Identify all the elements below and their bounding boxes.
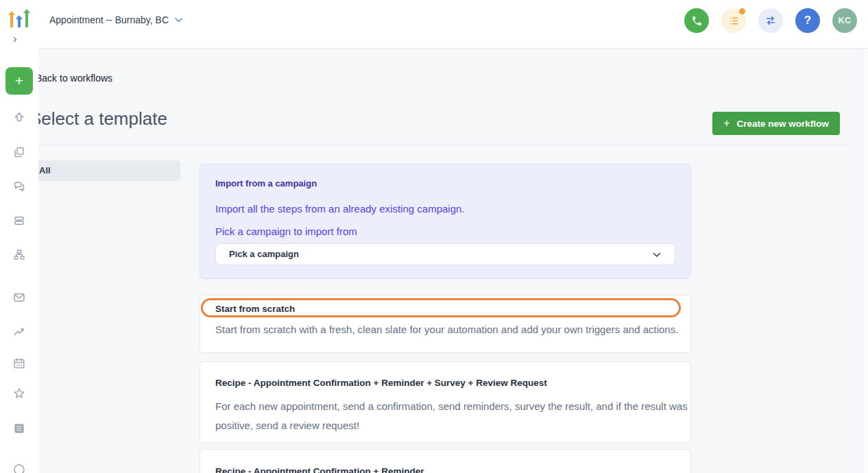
tasks-button[interactable] bbox=[721, 8, 746, 33]
list-table-icon[interactable] bbox=[12, 422, 26, 435]
quick-add-button[interactable]: + bbox=[5, 67, 33, 95]
pages-icon[interactable] bbox=[12, 145, 26, 159]
scrollbar-track[interactable] bbox=[865, 49, 868, 473]
import-from-campaign-card: Import from a campaign Import all the st… bbox=[200, 164, 691, 279]
header-divider bbox=[21, 145, 847, 145]
back-to-workflows-link[interactable]: Back to workflows bbox=[36, 73, 112, 84]
create-new-workflow-label: Create new workflow bbox=[737, 119, 829, 129]
location-selector[interactable]: Appointment -- Burnaby, BC bbox=[49, 14, 182, 25]
campaign-picker-select[interactable]: Pick a campaign bbox=[215, 243, 675, 265]
email-envelope-icon[interactable] bbox=[12, 291, 26, 304]
left-right-arrows-icon bbox=[764, 14, 777, 27]
template-title: Start from scratch bbox=[215, 304, 295, 314]
launchpad-arrow-up-icon[interactable] bbox=[12, 111, 26, 125]
category-tab-all[interactable]: All bbox=[31, 160, 180, 181]
star-icon[interactable] bbox=[12, 387, 26, 400]
template-card-recipe-confirmation-reminder[interactable]: Recipe - Appointment Confirmation + Remi… bbox=[200, 449, 691, 473]
template-description: For each new appointment, send a confirm… bbox=[215, 397, 688, 435]
top-header: Appointment -- Burnaby, BC ? KC bbox=[38, 0, 868, 49]
bullet-list-icon bbox=[728, 15, 740, 27]
template-title: Recipe - Appointment Confirmation + Remi… bbox=[215, 466, 424, 473]
create-new-workflow-button[interactable]: + Create new workflow bbox=[712, 112, 840, 135]
partial-circle-icon[interactable] bbox=[12, 460, 26, 473]
category-tab-all-label: All bbox=[31, 160, 180, 181]
chevron-down-icon bbox=[653, 252, 661, 258]
template-title: Recipe - Appointment Confirmation + Remi… bbox=[215, 378, 547, 388]
calendar-icon[interactable] bbox=[12, 356, 26, 370]
left-sidebar: › + bbox=[0, 0, 38, 473]
pipeline-rows-icon[interactable] bbox=[12, 214, 26, 228]
user-avatar[interactable]: KC bbox=[832, 8, 857, 33]
reporting-line-chart-icon[interactable] bbox=[12, 325, 26, 339]
phone-button[interactable] bbox=[684, 8, 709, 33]
template-card-start-from-scratch[interactable]: Start from scratch Start from scratch wi… bbox=[200, 295, 691, 353]
phone-icon bbox=[691, 15, 703, 27]
campaign-picker-label: Pick a campaign to import from bbox=[215, 226, 357, 237]
template-description: Start from scratch with a fresh, clean s… bbox=[215, 322, 688, 337]
automation-sitemap-icon[interactable] bbox=[12, 248, 26, 262]
page-title: Select a template bbox=[29, 108, 167, 130]
header-actions: ? KC bbox=[684, 8, 857, 33]
plus-icon: + bbox=[723, 118, 730, 129]
app-logo-icon[interactable] bbox=[7, 7, 32, 32]
import-card-description: Import all the steps from an already exi… bbox=[215, 203, 465, 215]
main-content: Back to workflows Select a template + Cr… bbox=[0, 49, 868, 473]
help-button[interactable]: ? bbox=[795, 8, 820, 33]
avatar-initials: KC bbox=[838, 16, 851, 25]
import-card-title: Import from a campaign bbox=[215, 178, 317, 189]
location-label: Appointment -- Burnaby, BC bbox=[49, 14, 169, 25]
campaign-picker-value: Pick a campaign bbox=[216, 244, 675, 265]
switch-account-button[interactable] bbox=[758, 8, 783, 33]
template-card-recipe-confirmation-survey[interactable]: Recipe - Appointment Confirmation + Remi… bbox=[200, 361, 691, 443]
chevron-down-icon bbox=[175, 18, 182, 23]
conversations-chat-icon[interactable] bbox=[12, 180, 26, 193]
notification-dot bbox=[739, 8, 745, 14]
question-mark-icon: ? bbox=[804, 14, 811, 27]
sidebar-expand-toggle[interactable]: › bbox=[13, 33, 17, 45]
